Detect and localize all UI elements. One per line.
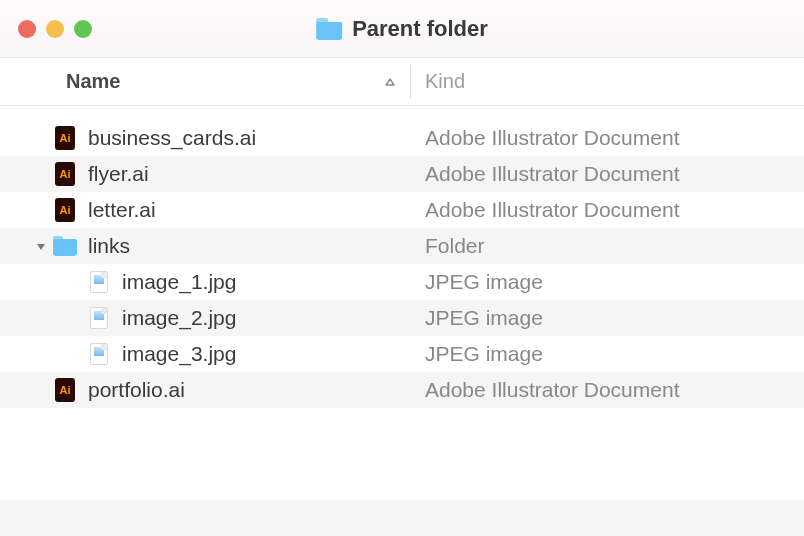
column-header-bar: Name Kind bbox=[0, 58, 804, 106]
column-header-kind-label: Kind bbox=[425, 70, 465, 92]
row-icon bbox=[52, 378, 78, 402]
file-name: letter.ai bbox=[88, 198, 156, 222]
folder-icon bbox=[316, 18, 342, 40]
spacer bbox=[0, 106, 804, 120]
ai-file-icon bbox=[55, 126, 75, 150]
row-icon bbox=[86, 271, 112, 293]
name-cell: flyer.ai bbox=[0, 162, 410, 186]
row-icon bbox=[52, 162, 78, 186]
name-cell: portfolio.ai bbox=[0, 378, 410, 402]
name-cell: image_3.jpg bbox=[0, 342, 410, 366]
folder-icon bbox=[53, 236, 77, 256]
file-kind: Adobe Illustrator Document bbox=[410, 126, 804, 150]
file-row[interactable]: portfolio.aiAdobe Illustrator Document bbox=[0, 372, 804, 408]
row-icon bbox=[52, 236, 78, 256]
column-header-name[interactable]: Name bbox=[0, 70, 410, 93]
column-header-name-label: Name bbox=[66, 70, 120, 93]
row-icon bbox=[86, 343, 112, 365]
file-name: image_3.jpg bbox=[122, 342, 236, 366]
file-row[interactable]: flyer.aiAdobe Illustrator Document bbox=[0, 156, 804, 192]
disclosure-triangle[interactable] bbox=[30, 238, 52, 254]
name-cell: image_2.jpg bbox=[0, 306, 410, 330]
zoom-window-button[interactable] bbox=[74, 20, 92, 38]
row-icon bbox=[52, 198, 78, 222]
column-header-kind[interactable]: Kind bbox=[411, 70, 804, 93]
file-kind: Folder bbox=[410, 234, 804, 258]
file-kind: JPEG image bbox=[410, 342, 804, 366]
row-icon bbox=[86, 307, 112, 329]
name-cell: letter.ai bbox=[0, 198, 410, 222]
footer-bar bbox=[0, 500, 804, 536]
file-row[interactable]: image_1.jpgJPEG image bbox=[0, 264, 804, 300]
ai-file-icon bbox=[55, 378, 75, 402]
file-name: flyer.ai bbox=[88, 162, 149, 186]
file-name: portfolio.ai bbox=[88, 378, 185, 402]
close-window-button[interactable] bbox=[18, 20, 36, 38]
file-kind: JPEG image bbox=[410, 306, 804, 330]
file-row[interactable]: image_2.jpgJPEG image bbox=[0, 300, 804, 336]
file-row[interactable]: business_cards.aiAdobe Illustrator Docum… bbox=[0, 120, 804, 156]
file-name: business_cards.ai bbox=[88, 126, 256, 150]
window-titlebar: Parent folder bbox=[0, 0, 804, 58]
jpeg-file-icon bbox=[90, 271, 108, 293]
file-kind: Adobe Illustrator Document bbox=[410, 162, 804, 186]
file-kind: JPEG image bbox=[410, 270, 804, 294]
row-icon bbox=[52, 126, 78, 150]
file-kind: Adobe Illustrator Document bbox=[410, 378, 804, 402]
window-title: Parent folder bbox=[352, 16, 488, 42]
folder-row[interactable]: linksFolder bbox=[0, 228, 804, 264]
file-name: image_1.jpg bbox=[122, 270, 236, 294]
window-controls bbox=[18, 20, 92, 38]
name-cell: image_1.jpg bbox=[0, 270, 410, 294]
ai-file-icon bbox=[55, 198, 75, 222]
sort-ascending-icon bbox=[384, 74, 396, 90]
file-row[interactable]: image_3.jpgJPEG image bbox=[0, 336, 804, 372]
minimize-window-button[interactable] bbox=[46, 20, 64, 38]
file-kind: Adobe Illustrator Document bbox=[410, 198, 804, 222]
ai-file-icon bbox=[55, 162, 75, 186]
jpeg-file-icon bbox=[90, 343, 108, 365]
jpeg-file-icon bbox=[90, 307, 108, 329]
name-cell: links bbox=[0, 234, 410, 258]
file-row[interactable]: letter.aiAdobe Illustrator Document bbox=[0, 192, 804, 228]
file-name: image_2.jpg bbox=[122, 306, 236, 330]
file-list: business_cards.aiAdobe Illustrator Docum… bbox=[0, 120, 804, 408]
window-title-wrap: Parent folder bbox=[316, 16, 488, 42]
file-name: links bbox=[88, 234, 130, 258]
name-cell: business_cards.ai bbox=[0, 126, 410, 150]
